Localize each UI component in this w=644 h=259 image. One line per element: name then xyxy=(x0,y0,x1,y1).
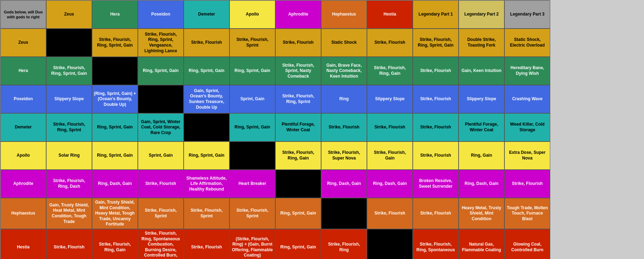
cell-hestia-4: (Strike, Flourish, Ring) + (Gain, Burnt … xyxy=(229,229,275,259)
cell-poseidon-6: Ring xyxy=(321,85,367,113)
cell-hestia-7 xyxy=(367,229,413,259)
cell-demeter-4: Ring, Sprint, Gain xyxy=(229,113,275,141)
cell-hestia-8: Strike, Flourish, Ring, Spontaneous xyxy=(413,229,459,259)
cell-apollo-5: Strike, Flourish, Ring, Gain xyxy=(275,141,321,170)
cell-hera-8: Strike, Flourish xyxy=(413,57,459,85)
cell-aphrodite-4: Heart Breaker xyxy=(229,170,275,198)
col-header-leg3: Legendary Part 3 xyxy=(504,0,550,29)
cell-hestia-0: Strike, Flourish xyxy=(46,229,92,259)
col-header-aphrodite: Aphrodite xyxy=(275,0,321,29)
row-label-aphrodite: Aphrodite xyxy=(0,170,46,198)
cell-apollo-7: Strike, Flourish, Gain xyxy=(367,141,413,170)
cell-hephaestus-5: Ring, Sprint, Gain xyxy=(275,198,321,229)
cell-hestia-6: Strike, Flourish, Ring xyxy=(321,229,367,259)
cell-apollo-4 xyxy=(229,141,275,170)
col-header-leg2: Legendary Part 2 xyxy=(459,0,504,29)
row-label-hera: Hera xyxy=(0,57,46,85)
cell-zeus-4: Strike, Flourish, Sprint xyxy=(229,29,275,57)
row-label-hephaestus: Hephaestus xyxy=(0,198,46,229)
col-header-zeus: Zeus xyxy=(46,0,92,29)
cell-demeter-5: Plentiful Forage, Winter Coat xyxy=(275,113,321,141)
cell-hera-4: Ring, Sprint, Gain xyxy=(229,57,275,85)
cell-poseidon-2 xyxy=(138,85,184,113)
cell-demeter-3 xyxy=(184,113,229,141)
main-grid: Gods below, will Duo with gods to right … xyxy=(0,0,550,259)
cell-apollo-2: Sprint, Gain xyxy=(138,141,184,170)
cell-zeus-6: Static Shock xyxy=(321,29,367,57)
cell-hephaestus-3: Strike, Flourish, Sprint xyxy=(184,198,229,229)
cell-aphrodite-3: Shameless Attitude, Life Affirmation, He… xyxy=(184,170,229,198)
row-label-apollo: Apollo xyxy=(0,141,46,170)
cell-poseidon-8: Strike, Flourish xyxy=(413,85,459,113)
cell-poseidon-5: Strike, Flourish, Ring, Sprint xyxy=(275,85,321,113)
cell-apollo-1: Ring, Sprint, Gain xyxy=(92,141,138,170)
cell-apollo-10: Extra Dose, Super Nova xyxy=(504,141,550,170)
cell-apollo-9: Ring, Gain xyxy=(459,141,504,170)
cell-zeus-3: Strike, Flourish xyxy=(184,29,229,57)
cell-apollo-6: Strike, Flourish, Super Nova xyxy=(321,141,367,170)
cell-aphrodite-9: Ring, Dash, Gain xyxy=(459,170,504,198)
row-label-hestia: Hestia xyxy=(0,229,46,259)
cell-poseidon-1: (Ring, Sprint, Gain) + (Ocean's Bounty, … xyxy=(92,85,138,113)
col-header-poseidon: Poseidon xyxy=(138,0,184,29)
cell-demeter-10: Weed Killer, Cold Storage xyxy=(504,113,550,141)
cell-hera-6: Gain, Brave Face, Nasty Comeback, Keen I… xyxy=(321,57,367,85)
col-header-apollo: Apollo xyxy=(229,0,275,29)
col-header-hera: Hera xyxy=(92,0,138,29)
cell-hera-9: Gain, Keen Intuition xyxy=(459,57,504,85)
cell-apollo-8: Strike, Flourish xyxy=(413,141,459,170)
cell-hestia-1: Strike, Flourish, RIng, Gain xyxy=(92,229,138,259)
cell-poseidon-4: Sprint, Gain xyxy=(229,85,275,113)
cell-zeus-8: Strike, Flourish, Ring, Sprint, Gain xyxy=(413,29,459,57)
row-label-demeter: Demeter xyxy=(0,113,46,141)
cell-zeus-10: Static Shock, Electric Overload xyxy=(504,29,550,57)
cell-hephaestus-8: Strike, Flourish xyxy=(413,198,459,229)
cell-poseidon-0: Slippery Slope xyxy=(46,85,92,113)
cell-hera-7: Strike, Flourish, Ring, Gain xyxy=(367,57,413,85)
cell-hephaestus-4: Strike, Flourish, Sprint xyxy=(229,198,275,229)
cell-aphrodite-5 xyxy=(275,170,321,198)
cell-demeter-6: Strike, Flourish xyxy=(321,113,367,141)
cell-zeus-7: Strike, Flourish xyxy=(367,29,413,57)
row-label-poseidon: Poseidon xyxy=(0,85,46,113)
cell-hephaestus-2: Strike, Flourish, Sprint xyxy=(138,198,184,229)
cell-hestia-9: Natural Gas, Flammable Coating xyxy=(459,229,504,259)
cell-hephaestus-1: Gain, Trusty Shield, Mint Condition, Hea… xyxy=(92,198,138,229)
cell-poseidon-9: Slippery Slope xyxy=(459,85,504,113)
cell-hera-3: Ring, Sprint, Gain xyxy=(184,57,229,85)
col-header-hestia: Hestia xyxy=(367,0,413,29)
top-left-header: Gods below, will Duo with gods to right xyxy=(0,0,46,29)
cell-poseidon-7: Slippery Slope xyxy=(367,85,413,113)
cell-aphrodite-10: Strike, Flourish xyxy=(504,170,550,198)
cell-demeter-7: Strike, Flourish xyxy=(367,113,413,141)
cell-hestia-3: Strike, Flourish xyxy=(184,229,229,259)
cell-aphrodite-2: Strike, Flourish xyxy=(138,170,184,198)
cell-hephaestus-9: Heavy Metal, Trusty Shield, Mint Conditi… xyxy=(459,198,504,229)
row-label-zeus: Zeus xyxy=(0,29,46,57)
col-header-hephaestus: Hephaestus xyxy=(321,0,367,29)
cell-hera-10: Hereditary Bane, Dying Wish xyxy=(504,57,550,85)
cell-zeus-9: Double Strike, Toasting Fork xyxy=(459,29,504,57)
cell-apollo-0: Solar Ring xyxy=(46,141,92,170)
cell-hestia-5: Ring, Sprint, Gain xyxy=(275,229,321,259)
cell-hephaestus-0: Gain, Trusty Shield, Heat Metal, Mint Co… xyxy=(46,198,92,229)
cell-zeus-1: Strike, Flourish, Ring, Sprint, Gain xyxy=(92,29,138,57)
cell-hera-2: Ring, Sprint, Gain xyxy=(138,57,184,85)
cell-aphrodite-8: Broken Resolve, Sweet Surrender xyxy=(413,170,459,198)
cell-hephaestus-6 xyxy=(321,198,367,229)
cell-hera-1 xyxy=(92,57,138,85)
cell-aphrodite-7: Ring, Dash, Gain xyxy=(367,170,413,198)
cell-hestia-2: Strike, Flourish, Ring, Spontaneous Comb… xyxy=(138,229,184,259)
cell-aphrodite-1: Ring, Dash, Gain xyxy=(92,170,138,198)
cell-apollo-3: Ring, Sprint, Gain xyxy=(184,141,229,170)
cell-demeter-9: Plentiful Forage, Winter Coat xyxy=(459,113,504,141)
cell-aphrodite-0: Strike, Flourish, Ring, Dash xyxy=(46,170,92,198)
cell-hestia-10: Glowing Coal, Controlled Burn xyxy=(504,229,550,259)
cell-demeter-0: Strike, Flourish, Ring, Sprint xyxy=(46,113,92,141)
cell-hera-0: Strike, Flourish, Ring, Sprint, Gain xyxy=(46,57,92,85)
cell-poseidon-10: Crashing Wave xyxy=(504,85,550,113)
cell-zeus-2: Strike, Flourish, Ring, Sprint, Vengeanc… xyxy=(138,29,184,57)
cell-hera-5: Strike, Flourish, Sprint, Nasty Comeback xyxy=(275,57,321,85)
cell-demeter-1: Ring, Sprint, Gain xyxy=(92,113,138,141)
cell-demeter-2: Gain, Sprint, Winter Coat, Cold Storage,… xyxy=(138,113,184,141)
